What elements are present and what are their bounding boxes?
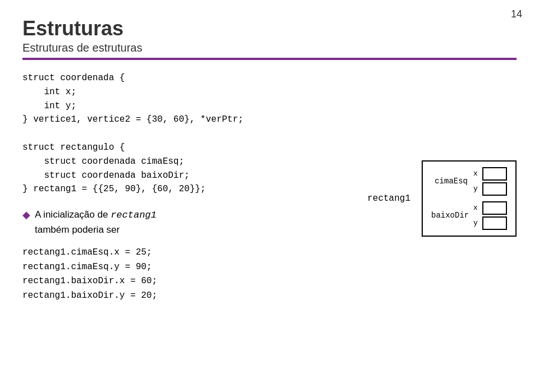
page-number: 14 <box>511 8 522 20</box>
page-subtitle: Estruturas de estruturas <box>22 41 517 54</box>
bullet-diamond-icon: ◆ <box>22 209 30 221</box>
cimaesq-fields: x y <box>473 167 507 196</box>
baixodir-x-box <box>482 201 507 215</box>
assign-line: rectang1.cimaEsq.x = 25; <box>22 246 345 260</box>
code-line: } rectang1 = {{25, 90}, {60, 20}}; <box>22 182 345 196</box>
assign-line: rectang1.baixoDir.x = 60; <box>22 274 345 289</box>
left-panel: struct coordenada { int x; int y; } vert… <box>22 71 345 303</box>
slide-header: Estruturas Estruturas de estruturas <box>22 17 517 60</box>
code-line: struct coordenada cimaEsq; <box>22 155 345 169</box>
cimaesq-y-row: y <box>473 182 507 196</box>
rectang1-label: rectang1 <box>367 193 410 204</box>
bullet-item-1: ◆ A inicialização de rectang1também pode… <box>22 207 345 237</box>
cimaesq-x-box <box>482 167 507 181</box>
code-line: int x; <box>22 85 345 99</box>
code-line <box>22 127 345 141</box>
code-line: } vertice1, vertice2 = {30, 60}, *verPtr… <box>22 113 345 127</box>
baixodir-label: baixoDir <box>431 211 468 220</box>
code-block-1: struct coordenada { int x; int y; } vert… <box>22 71 345 196</box>
code-line: struct rectangulo { <box>22 141 345 155</box>
x-label-2: x <box>473 204 480 212</box>
bullet-text: A inicialização de rectang1também poderi… <box>35 207 157 237</box>
baixodir-fields: x y <box>473 201 507 230</box>
page-title: Estruturas <box>22 17 517 40</box>
baixodir-y-row: y <box>473 216 507 230</box>
content-area: struct coordenada { int x; int y; } vert… <box>22 71 517 303</box>
cimaesq-x-row: x <box>473 167 507 181</box>
baixodir-row: baixoDir x y <box>431 201 507 230</box>
baixodir-y-box <box>482 216 507 230</box>
y-label-1: y <box>473 185 480 193</box>
struct-box-outer: cimaEsq x y baixoDir <box>422 160 517 237</box>
x-label-1: x <box>473 169 480 178</box>
struct-diagram: rectang1 cimaEsq x y <box>367 160 517 237</box>
cimaesq-y-box <box>482 182 507 196</box>
assignment-code: rectang1.cimaEsq.x = 25; rectang1.cimaEs… <box>22 246 345 303</box>
code-line: struct coordenada { <box>22 71 345 85</box>
divider-line <box>22 58 517 60</box>
right-panel: rectang1 cimaEsq x y <box>356 71 517 303</box>
cimaesq-row: cimaEsq x y <box>431 167 507 196</box>
baixodir-x-row: x <box>473 201 507 215</box>
code-line: struct coordenada baixoDir; <box>22 169 345 183</box>
code-line: int y; <box>22 99 345 113</box>
cimaesq-label: cimaEsq <box>431 177 468 186</box>
y-label-2: y <box>473 219 480 227</box>
bullet-section: ◆ A inicialização de rectang1também pode… <box>22 207 345 303</box>
assign-line: rectang1.baixoDir.y = 20; <box>22 289 345 303</box>
assign-line: rectang1.cimaEsq.y = 90; <box>22 260 345 275</box>
